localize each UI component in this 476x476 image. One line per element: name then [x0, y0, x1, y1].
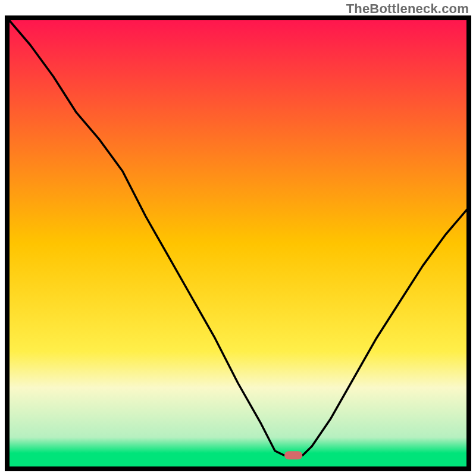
attribution-text: TheBottleneck.com: [346, 1, 469, 17]
bottleneck-chart: [5, 15, 471, 474]
plot-background: [7, 18, 469, 469]
optimum-marker: [284, 451, 302, 459]
